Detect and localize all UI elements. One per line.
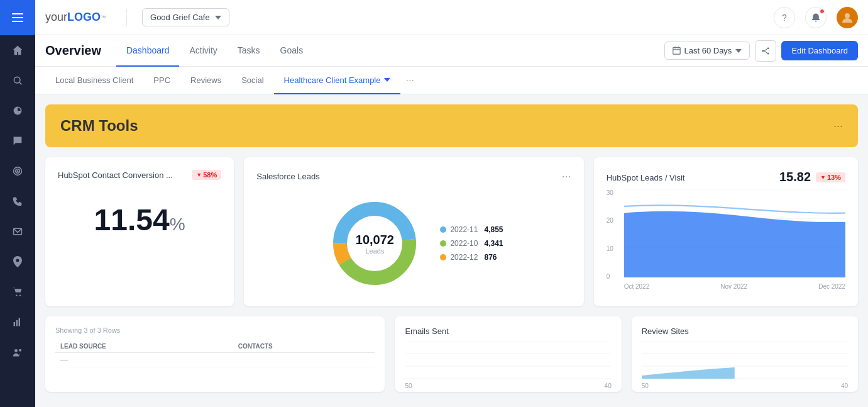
legend-row-2: 2022-10 4,341 <box>440 239 503 248</box>
emails-y-40: 40 <box>605 382 612 389</box>
help-icon: ? <box>782 13 787 23</box>
cards-row: HubSpot Contact Conversion ... 58% 11.54… <box>45 157 858 306</box>
page-title: Overview <box>45 43 101 58</box>
reviews-y-40: 40 <box>841 382 848 389</box>
tab-activity[interactable]: Activity <box>179 35 227 67</box>
salesforce-more-button[interactable]: ··· <box>562 170 571 183</box>
location-icon[interactable] <box>5 249 30 274</box>
share-icon <box>761 47 770 55</box>
tab-tasks[interactable]: Tasks <box>228 35 270 67</box>
mail-icon[interactable] <box>5 219 30 244</box>
card-salesforce-title: Salesforce Leads <box>256 172 319 181</box>
svg-point-3 <box>14 77 20 83</box>
help-button[interactable]: ? <box>774 7 795 28</box>
emails-y-50: 50 <box>405 382 412 389</box>
legend-val-3: 876 <box>484 253 497 262</box>
logo-tm: ™ <box>101 14 106 21</box>
card-header: HubSpot Contact Conversion ... 58% <box>58 170 221 180</box>
calendar-icon <box>673 47 681 55</box>
card-hubspot-title: HubSpot Contact Conversion ... <box>58 170 173 180</box>
card-emails-sent: Emails Sent 50 40 <box>395 316 621 392</box>
legend-val-2: 4,341 <box>484 239 503 248</box>
search-icon[interactable] <box>5 68 30 93</box>
svg-line-4 <box>19 82 22 85</box>
svg-point-15 <box>19 349 21 352</box>
legend-val-1: 4,855 <box>484 225 503 234</box>
donut-legend: 2022-11 4,855 2022-10 4,341 2022-12 876 <box>440 225 503 262</box>
tab-dashboard[interactable]: Dashboard <box>116 35 180 67</box>
card-table: Showing 3 of 3 Rows LEAD SOURCE CONTACTS… <box>45 316 385 392</box>
card-hubspot-conversion: HubSpot Contact Conversion ... 58% 11.54… <box>45 157 234 306</box>
logo: your LOGO ™ <box>45 11 106 24</box>
emails-chart-svg <box>405 341 611 379</box>
subtab-reviews[interactable]: Reviews <box>180 67 231 94</box>
edit-dashboard-button[interactable]: Edit Dashboard <box>781 41 858 60</box>
legend-row-1: 2022-11 4,855 <box>440 225 503 234</box>
sidebar <box>0 0 35 407</box>
cart-icon[interactable] <box>5 279 30 304</box>
avatar-image <box>840 10 855 25</box>
main-area: your LOGO ™ Good Grief Cafe ? Overview <box>35 0 868 407</box>
subtab-local-business[interactable]: Local Business Client <box>45 67 143 94</box>
donut-area: 10,072 Leads 2022-11 4,855 2022-10 <box>256 193 571 294</box>
col-contacts: CONTACTS <box>233 340 375 353</box>
chat-icon[interactable] <box>5 128 30 153</box>
notifications-button[interactable] <box>805 7 827 28</box>
subtab-healthcare[interactable]: Healthcare Client Example <box>274 67 401 94</box>
subtab-social[interactable]: Social <box>231 67 273 94</box>
tab-goals[interactable]: Goals <box>270 35 314 67</box>
card-hubspot-leads: HubSpot Leads / Visit 15.82 13% 30 20 10… <box>594 157 858 306</box>
emails-title: Emails Sent <box>405 326 611 336</box>
hubspot-value: 11.54% <box>94 203 185 237</box>
area-chart-container: 30 20 10 0 <box>607 189 845 290</box>
emails-chart: 50 40 <box>405 341 611 385</box>
reviews-chart-svg <box>642 341 848 379</box>
leads-badge: 13% <box>816 172 845 182</box>
user-avatar[interactable] <box>837 7 858 28</box>
top-navbar: your LOGO ™ Good Grief Cafe ? <box>35 0 868 35</box>
card-leads-header: HubSpot Leads / Visit 15.82 13% <box>607 170 845 184</box>
date-filter-label: Last 60 Days <box>684 46 732 55</box>
bell-icon <box>811 13 821 23</box>
card-salesforce-header: Salesforce Leads ··· <box>256 170 571 183</box>
content-area: CRM Tools ··· HubSpot Contact Conversion… <box>35 94 868 407</box>
card-salesforce: Salesforce Leads ··· <box>244 157 583 306</box>
table-row: — <box>55 353 375 367</box>
svg-point-23 <box>762 50 764 52</box>
logo-logo: LOGO <box>67 11 101 24</box>
svg-point-17 <box>845 13 850 18</box>
date-filter-button[interactable]: Last 60 Days <box>664 42 750 60</box>
subtab-chevron-icon <box>384 78 390 82</box>
subtab-more-button[interactable]: ··· <box>405 75 414 86</box>
bottom-row: Showing 3 of 3 Rows LEAD SOURCE CONTACTS… <box>45 316 858 392</box>
notification-badge <box>820 9 825 14</box>
card-review-sites: Review Sites 50 40 <box>632 316 858 392</box>
users-icon[interactable] <box>5 340 30 365</box>
card-leads-title: HubSpot Leads / Visit <box>607 173 685 182</box>
crm-banner: CRM Tools ··· <box>45 104 858 147</box>
chart-x-labels: Oct 2022 Nov 2022 Dec 2022 <box>624 283 845 290</box>
svg-point-7 <box>17 170 18 172</box>
donut-label: Leads <box>356 247 394 255</box>
phone-icon[interactable] <box>5 189 30 214</box>
client-dropdown[interactable]: Good Grief Cafe <box>142 8 229 26</box>
share-button[interactable] <box>755 40 776 62</box>
crm-banner-more-button[interactable]: ··· <box>833 120 843 133</box>
target-icon[interactable] <box>5 159 30 184</box>
subtab-bar: Local Business Client PPC Reviews Social… <box>35 67 868 94</box>
legend-key-3: 2022-12 <box>450 253 478 262</box>
subtab-ppc[interactable]: PPC <box>143 67 180 94</box>
chart-y-labels: 30 20 10 0 <box>607 189 624 290</box>
svg-point-9 <box>16 294 17 296</box>
svg-rect-18 <box>673 48 679 55</box>
logo-your: your <box>45 11 67 24</box>
analytics-icon[interactable] <box>5 309 30 335</box>
chart-icon[interactable] <box>5 98 30 123</box>
home-icon[interactable] <box>5 38 30 63</box>
leads-value: 15.82 <box>779 170 811 184</box>
x-label-nov: Nov 2022 <box>720 283 747 290</box>
legend-dot-2 <box>440 240 446 247</box>
date-chevron-icon <box>735 49 742 53</box>
client-name: Good Grief Cafe <box>150 13 210 22</box>
sidebar-menu-button[interactable] <box>0 0 35 35</box>
